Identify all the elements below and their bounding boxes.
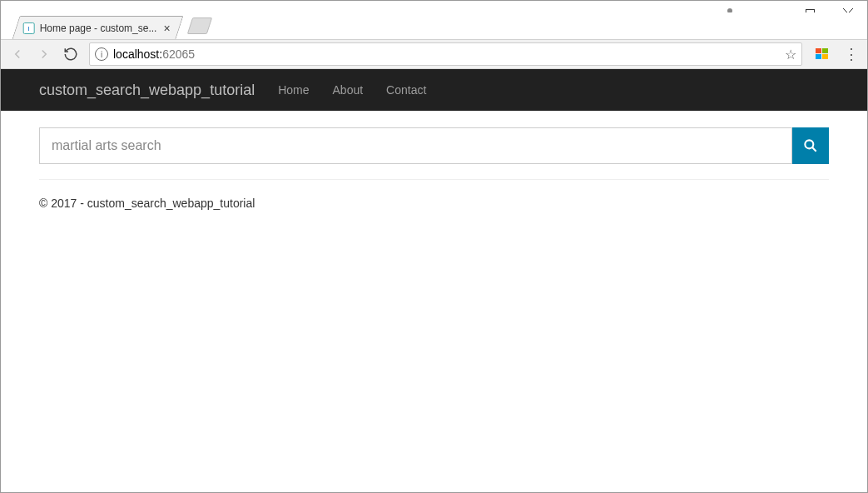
browser-tab[interactable]: I Home page - custom_se... × bbox=[12, 16, 183, 39]
nav-link-about[interactable]: About bbox=[333, 83, 364, 97]
nav-link-home[interactable]: Home bbox=[278, 83, 309, 97]
tab-title: Home page - custom_se... bbox=[40, 22, 157, 34]
bookmark-star-icon[interactable]: ☆ bbox=[785, 47, 796, 62]
url-text: localhost:62065 bbox=[113, 47, 195, 61]
browser-menu-icon[interactable]: ⋮ bbox=[839, 42, 862, 66]
svg-point-9 bbox=[805, 140, 813, 148]
nav-link-contact[interactable]: Contact bbox=[386, 83, 426, 97]
search-input[interactable] bbox=[39, 127, 792, 164]
svg-rect-6 bbox=[822, 48, 828, 53]
reload-button[interactable] bbox=[59, 42, 82, 66]
windows-icon[interactable] bbox=[816, 47, 829, 61]
footer-text: © 2017 - custom_search_webapp_tutorial bbox=[39, 197, 829, 210]
app-navbar: custom_search_webapp_tutorial Home About… bbox=[1, 69, 867, 111]
tab-strip: I Home page - custom_se... × bbox=[1, 12, 867, 39]
svg-rect-8 bbox=[822, 54, 828, 59]
new-tab-button[interactable] bbox=[187, 17, 212, 34]
back-button[interactable] bbox=[6, 42, 29, 66]
address-bar[interactable]: i localhost:62065 ☆ bbox=[89, 42, 802, 66]
page-viewport: custom_search_webapp_tutorial Home About… bbox=[1, 69, 867, 492]
forward-button[interactable] bbox=[32, 42, 56, 66]
search-icon bbox=[802, 137, 819, 154]
svg-rect-7 bbox=[816, 54, 821, 59]
favicon-icon: I bbox=[23, 22, 35, 34]
site-info-icon[interactable]: i bbox=[95, 47, 108, 61]
svg-line-10 bbox=[812, 147, 816, 152]
svg-rect-5 bbox=[816, 48, 821, 53]
divider bbox=[39, 179, 829, 180]
tab-close-icon[interactable]: × bbox=[162, 22, 172, 35]
browser-toolbar: i localhost:62065 ☆ ⋮ bbox=[1, 39, 867, 69]
page-content: © 2017 - custom_search_webapp_tutorial bbox=[1, 111, 867, 210]
browser-window: I Home page - custom_se... × i localhost… bbox=[0, 0, 868, 493]
navbar-brand[interactable]: custom_search_webapp_tutorial bbox=[39, 82, 255, 99]
search-button[interactable] bbox=[792, 127, 829, 164]
search-row bbox=[39, 127, 829, 164]
